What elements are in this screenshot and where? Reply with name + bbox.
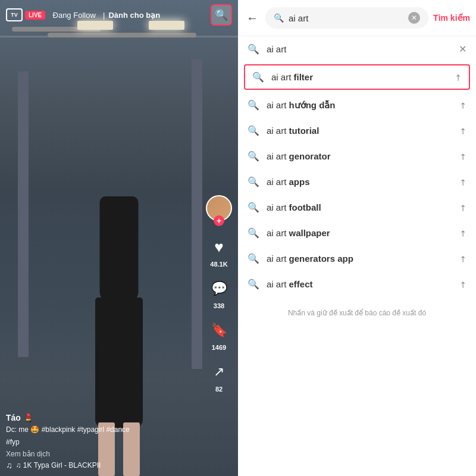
video-panel: TV LIVE Đang Follow | Dành cho bạn 🔍 + ♥… [0, 0, 238, 476]
search-result-item[interactable]: 🔍 ai art effect ↗ [238, 271, 476, 297]
result-text: ai art filter [271, 72, 455, 82]
comment-action[interactable]: 💬 338 [207, 277, 231, 309]
result-text: ai art generators app [267, 253, 459, 264]
back-button[interactable]: ← [244, 9, 261, 27]
live-badge: LIVE [25, 11, 45, 20]
share-icon: ↗ [207, 360, 231, 384]
search-submit-button[interactable]: Tìm kiếm [433, 13, 470, 23]
share-count: 82 [215, 386, 223, 393]
nav-follow-tab[interactable]: Đang Follow [49, 11, 99, 20]
search-result-icon: 🔍 [248, 99, 259, 111]
nav-for-you-tab[interactable]: Dành cho bạn [108, 11, 160, 20]
search-result-item[interactable]: 🔍 ai art wallpaper ↗ [238, 220, 476, 246]
caption-fyp: #fyp [6, 437, 202, 447]
search-input[interactable]: ai art [289, 13, 403, 23]
result-text: ai art football [267, 202, 459, 212]
comment-icon: 💬 [207, 277, 231, 300]
pipe-2 [48, 33, 196, 37]
save-action[interactable]: 🔖 1469 [207, 318, 231, 351]
search-button[interactable]: 🔍 [211, 4, 232, 26]
search-result-icon: 🔍 [248, 151, 259, 162]
like-count: 48.1K [210, 261, 227, 268]
search-results-list: 🔍 ai art ✕ 🔍 ai art filter ↗ 🔍 ai art hư… [238, 36, 476, 476]
search-header: ← 🔍 ai art ✕ Tìm kiếm [238, 0, 476, 36]
side-actions: + ♥ 48.1K 💬 338 🔖 1469 ↗ 82 [206, 195, 232, 393]
search-input-wrapper: 🔍 ai art ✕ [265, 7, 428, 29]
search-result-icon: 🔍 [248, 176, 259, 187]
result-text: ai art tutorial [267, 126, 459, 136]
pillar-right [192, 60, 202, 369]
search-result-icon: 🔍 [248, 125, 259, 136]
search-panel: ← 🔍 ai art ✕ Tìm kiếm 🔍 ai art ✕ 🔍 ai ar… [238, 0, 476, 476]
search-result-item[interactable]: 🔍 ai art ✕ [238, 36, 476, 62]
music-note-icon: ♫ [6, 461, 12, 470]
music-text: ♫ 1K Typa Girl - BLACKPII [16, 461, 101, 469]
follow-plus-button[interactable]: + [214, 215, 224, 226]
search-result-icon: 🔍 [248, 202, 259, 213]
search-result-item[interactable]: 🔍 ai art tutorial ↗ [238, 118, 476, 143]
search-result-item[interactable]: 🔍 ai art genorator ↗ [238, 143, 476, 169]
search-result-item[interactable]: 🔍 ai art apps ↗ [238, 169, 476, 195]
top-nav: TV LIVE Đang Follow | Dành cho bạn 🔍 [0, 0, 238, 30]
search-icon-small: 🔍 [274, 13, 284, 23]
pillar-left [18, 71, 29, 357]
result-text: ai art wallpaper [267, 228, 459, 238]
search-result-item[interactable]: 🔍 ai art generators app ↗ [238, 246, 476, 271]
avatar-container: + [206, 195, 232, 221]
video-background [0, 0, 238, 476]
result-text: ai art genorator [267, 151, 459, 161]
heart-icon: ♥ [207, 235, 231, 259]
save-count: 1469 [212, 344, 226, 351]
bookmark-icon: 🔖 [207, 318, 231, 342]
search-result-item[interactable]: 🔍 ai art hướng dẫn ↗ [238, 92, 476, 118]
bottom-info: Táo 💄 Dc: me 🤩 #blackpink #typagirl #dan… [6, 413, 202, 470]
caption-dc: Dc: me 🤩 #blackpink #typagirl #dance [6, 425, 202, 435]
tiktok-tv-icon: TV [6, 8, 23, 21]
search-result-icon: 🔍 [252, 71, 264, 83]
result-text: ai art apps [267, 177, 459, 187]
result-text: ai art hướng dẫn [267, 100, 459, 111]
search-icon: 🔍 [215, 8, 228, 21]
music-info: ♫ ♫ 1K Typa Girl - BLACKPII [6, 461, 202, 470]
result-text: ai art effect [267, 279, 459, 289]
dress [95, 298, 143, 428]
hair [100, 196, 139, 303]
search-result-icon: 🔍 [248, 227, 259, 239]
result-text: ai art [267, 44, 459, 54]
search-result-item[interactable]: 🔍 ai art football ↗ [238, 195, 476, 220]
search-result-icon: 🔍 [248, 253, 259, 264]
search-result-icon: 🔍 [248, 43, 259, 55]
hint-text: Nhấn và giữ đề xuất để báo cáo đề xuất đ… [238, 297, 476, 329]
search-result-icon: 🔍 [248, 278, 259, 290]
clear-button[interactable]: ✕ [408, 12, 420, 24]
translate-link[interactable]: Xem bản dịch [6, 450, 202, 458]
close-icon[interactable]: ✕ [459, 43, 466, 55]
share-action[interactable]: ↗ 82 [207, 360, 231, 393]
like-action[interactable]: ♥ 48.1K [207, 235, 231, 268]
comment-count: 338 [214, 302, 224, 309]
search-result-item-highlighted[interactable]: 🔍 ai art filter ↗ [244, 64, 470, 90]
username: Táo 💄 [6, 413, 202, 422]
